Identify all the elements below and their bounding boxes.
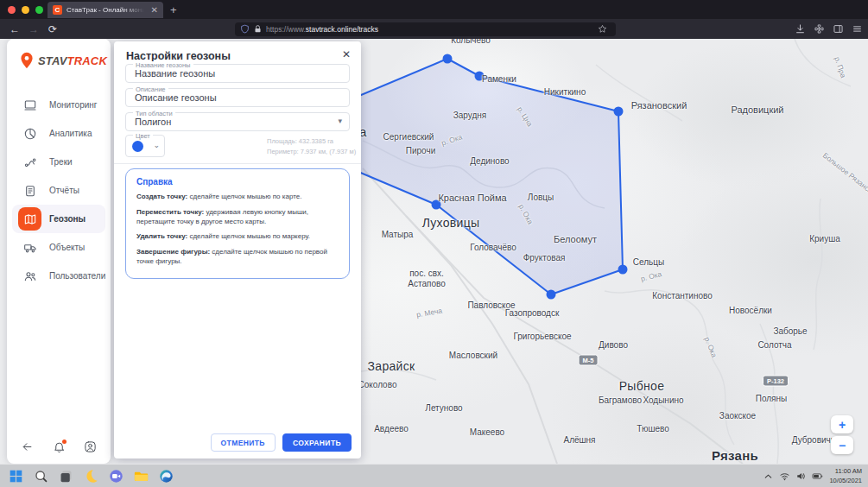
file-explorer-icon[interactable] xyxy=(134,469,149,484)
reports-icon xyxy=(23,184,37,198)
url-scheme: https://www. xyxy=(266,25,306,34)
extensions-icon[interactable] xyxy=(814,23,825,35)
clock-date: 10/05/2021 xyxy=(829,477,862,486)
edge-icon[interactable] xyxy=(159,469,174,484)
divider xyxy=(114,163,361,164)
geozone-description-label: Описание xyxy=(133,85,168,93)
map-label: Луховицы xyxy=(422,216,480,230)
monitor-icon xyxy=(23,98,37,112)
moon-icon[interactable] xyxy=(84,469,98,484)
new-tab-icon[interactable]: + xyxy=(170,3,177,17)
chevron-up-icon[interactable] xyxy=(763,471,774,482)
map-label: р. Ока xyxy=(640,269,662,283)
notifications-bell-icon[interactable] xyxy=(53,440,66,453)
forward-icon[interactable]: → xyxy=(24,23,43,35)
map-zoom-in-button[interactable]: + xyxy=(831,415,853,433)
map-label: Колычево xyxy=(451,39,491,45)
map-label: Пирочи xyxy=(406,146,435,155)
map-label: Никиткино xyxy=(544,87,586,97)
sidebar-item-label: Мониторинг xyxy=(49,100,97,110)
sidebar-item-objects[interactable]: Объекты xyxy=(12,233,105,262)
tracking-shield-icon[interactable] xyxy=(240,24,250,34)
help-item: Создать точку: сделайте щелчок мышью по … xyxy=(136,193,339,202)
geozone-name-field[interactable]: Название геозоны Название геозоны xyxy=(125,64,350,83)
map-zoom-out-button[interactable]: − xyxy=(831,436,853,454)
content-area: КолычевоРаменкиНикиткиноЗарудняКоломнаСе… xyxy=(0,39,868,464)
chat-icon[interactable] xyxy=(109,469,124,484)
map-label: Ходынино xyxy=(643,395,683,405)
bookmark-star-icon[interactable] xyxy=(598,24,607,34)
sidebar-menu: МониторингАналитикаТрекиОтчётыГеозоныОбъ… xyxy=(7,91,111,290)
map-label: Фруктовая xyxy=(523,253,566,262)
map-label: пос. свх. xyxy=(409,269,444,278)
map-label: Григорьевское xyxy=(513,332,571,341)
cancel-button[interactable]: ОТМЕНИТЬ xyxy=(211,433,276,452)
map-label: Авдеево xyxy=(374,424,409,433)
map-label: Дубровичи xyxy=(792,435,836,445)
help-title: Справка xyxy=(136,177,339,187)
windows-start-icon[interactable] xyxy=(9,469,23,484)
sidebar-item-reports[interactable]: Отчёты xyxy=(12,176,105,205)
url-bar[interactable]: https://www.stavtrack.online/tracks xyxy=(235,22,616,36)
taskbar-clock[interactable]: 11:00 AM 10/05/2021 xyxy=(829,467,862,485)
map-label: Белоомут xyxy=(554,234,597,244)
sidebar-item-tracks[interactable]: Треки xyxy=(12,148,105,176)
tab-close-icon[interactable]: ✕ xyxy=(151,6,158,15)
color-picker[interactable]: Цвет ⌄ xyxy=(125,135,165,157)
logo-text-track: TRACK xyxy=(67,54,108,67)
sidebar-item-users[interactable]: Пользователи xyxy=(12,262,105,290)
chevron-down-icon: ⌄ xyxy=(153,141,160,149)
browser-toolbar: ← → ⟳ https://www.stavtrack.online/track… xyxy=(0,19,868,39)
geozone-settings-panel: Настройки геозоны ✕ Название геозоны Наз… xyxy=(114,41,361,459)
sidebar-item-label: Отчёты xyxy=(49,186,79,195)
speaker-icon[interactable] xyxy=(795,471,807,482)
color-swatch[interactable] xyxy=(132,141,143,152)
collapse-sidebar-icon[interactable] xyxy=(21,440,34,453)
window-controls[interactable] xyxy=(8,6,43,14)
sidebar-toggle-icon[interactable] xyxy=(833,23,844,35)
tab-title: СтавТрак - Онлайн мониторин xyxy=(67,6,144,14)
map-label: Сельцы xyxy=(633,257,664,267)
map-label: р. Пра xyxy=(833,56,847,79)
minimize-window-icon[interactable] xyxy=(22,6,29,14)
area-type-select[interactable]: Тип области Полигон ▾ xyxy=(125,112,350,131)
browser-tab-bar: С СтавТрак - Онлайн мониторин ✕ + xyxy=(0,0,868,19)
sidebar-item-analytics[interactable]: Аналитика xyxy=(12,119,105,148)
map-label: Газопроводск xyxy=(505,308,560,318)
map-label: р. Цна xyxy=(516,105,535,129)
panel-close-icon[interactable]: ✕ xyxy=(342,49,351,60)
map-label: Головачёво xyxy=(470,243,516,252)
map-label: Новосёлки xyxy=(729,306,772,315)
reload-icon[interactable]: ⟳ xyxy=(43,23,62,35)
wifi-icon[interactable] xyxy=(779,471,790,482)
profile-icon[interactable] xyxy=(84,440,97,453)
help-item: Удалить точку: сделайте щелчок мышью по … xyxy=(136,232,339,242)
lock-icon[interactable] xyxy=(253,24,263,34)
map-label: р. Меча xyxy=(415,306,443,319)
maximize-window-icon[interactable] xyxy=(35,6,43,14)
save-button[interactable]: СОХРАНИТЬ xyxy=(282,433,352,452)
taskbar: 11:00 AM 10/05/2021 xyxy=(0,464,868,487)
map-label: Астапово xyxy=(408,279,445,288)
menu-icon[interactable] xyxy=(852,23,863,35)
map-label: Заокское xyxy=(719,411,756,421)
battery-icon[interactable] xyxy=(812,471,823,482)
geozone-description-field[interactable]: Описание Описание геозоны xyxy=(125,88,350,107)
screen: С СтавТрак - Онлайн мониторин ✕ + ← → ⟳ … xyxy=(0,0,868,487)
sidebar-item-label: Треки xyxy=(49,157,73,167)
browser-tab[interactable]: С СтавТрак - Онлайн мониторин ✕ xyxy=(48,2,163,18)
sidebar-item-label: Пользователи xyxy=(49,271,105,281)
sidebar-item-label: Геозоны xyxy=(49,214,86,224)
task-view-icon[interactable] xyxy=(59,469,73,484)
taskbar-apps xyxy=(9,465,174,487)
map-label: Сергиевский xyxy=(383,132,434,142)
map-label: р. Ока xyxy=(703,336,719,359)
map-label: Дединово xyxy=(470,156,509,166)
close-window-icon[interactable] xyxy=(8,6,16,14)
downloads-icon[interactable] xyxy=(795,23,806,35)
sidebar-item-monitoring[interactable]: Мониторинг xyxy=(12,91,105,119)
logo-text-stav: STAV xyxy=(38,54,67,67)
search-icon[interactable] xyxy=(34,469,48,484)
back-icon[interactable]: ← xyxy=(5,23,24,35)
sidebar-item-geozones[interactable]: Геозоны xyxy=(12,205,105,233)
